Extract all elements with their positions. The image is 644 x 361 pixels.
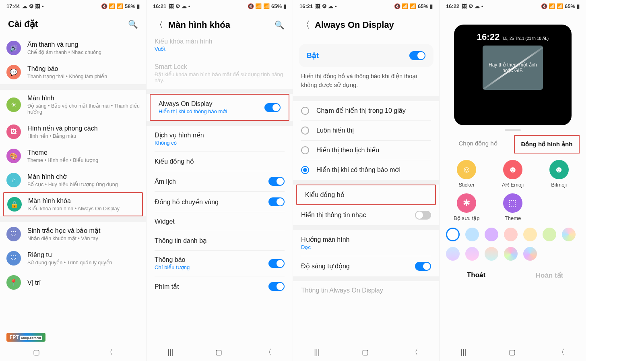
shield-icon: 🛡: [10, 255, 17, 262]
nav-recent[interactable]: |||: [314, 348, 320, 357]
back-button[interactable]: 〈: [301, 19, 310, 31]
pin-icon: 📍: [10, 279, 18, 286]
item-music-info[interactable]: Hiển thị thông tin nhạc: [293, 205, 439, 225]
nav-bar: |||▢〈: [147, 343, 293, 361]
item-wallpaper[interactable]: 🖼Hình nền và phong cáchHình nền • Bảng m…: [0, 120, 146, 144]
item-lunar[interactable]: Âm lịch: [147, 171, 293, 191]
item-clock-style[interactable]: Kiểu đồng hồ: [297, 185, 435, 204]
item-lockscreen[interactable]: 🔒Màn hình khóaKiểu khóa màn hình • Alway…: [4, 193, 142, 216]
item-wallpaper-service[interactable]: Dịch vụ hình nềnKhông có: [147, 126, 293, 151]
color-swatch[interactable]: [465, 228, 479, 241]
preview-image-placeholder: Hãy thử thêm một ảnh hoặc GIF.: [483, 46, 543, 90]
color-swatches: [440, 224, 586, 265]
radio-button[interactable]: [301, 127, 309, 135]
page-title: Always On Display: [315, 20, 431, 30]
color-swatch[interactable]: [504, 247, 518, 261]
item-contact-info[interactable]: Thông tin danh bạ: [147, 231, 293, 250]
tab-bar: Chọn đồng hồ Đồng hồ hình ảnh: [440, 135, 586, 154]
radio-new-notif[interactable]: Hiển thị khi có thông báo mới: [293, 160, 439, 180]
back-button[interactable]: 〈: [155, 19, 163, 31]
item-smartlock: Smart LockĐặt kiểu khóa màn hình bảo mật…: [147, 58, 293, 89]
option-sticker[interactable]: ☺Sticker: [444, 160, 490, 188]
toggle-aod[interactable]: [264, 103, 281, 112]
item-orientation[interactable]: Hướng màn hìnhDọc: [293, 230, 439, 256]
color-swatch[interactable]: [485, 247, 498, 261]
preview-date: T.5, 25 Th11 (21 th 10 ÂL): [502, 36, 549, 41]
panel-aod: 16:21🖼 ⚙ ☁ • 🔇 📶 📶65%▮ 〈 Always On Displ…: [293, 0, 440, 361]
item-clock-style[interactable]: Kiểu đồng hồ: [147, 152, 293, 171]
color-swatch[interactable]: [562, 228, 576, 241]
exit-button[interactable]: Thoát: [440, 271, 513, 280]
nav-back[interactable]: 〈: [106, 347, 113, 357]
item-theme[interactable]: 🎨ThemeTheme • Hình nền • Biểu tượng: [0, 144, 146, 168]
toggle-notif[interactable]: [268, 259, 285, 268]
item-locktype[interactable]: Kiểu khóa màn hìnhVuốt: [147, 37, 293, 58]
search-icon[interactable]: 🔍: [128, 19, 138, 29]
item-homescreen[interactable]: ⌂Màn hình chờBố cục • Huy hiệu biểu tượn…: [0, 168, 146, 192]
radio-always[interactable]: Luôn hiển thị: [293, 121, 439, 140]
color-swatch[interactable]: [446, 247, 460, 261]
toggle-brightness[interactable]: [415, 262, 431, 271]
item-display[interactable]: ☀Màn hìnhĐộ sáng • Bảo vệ cho mắt thoải …: [0, 90, 146, 120]
radio-button[interactable]: [301, 166, 309, 174]
toggle-roaming[interactable]: [268, 197, 285, 206]
option-ar-emoji[interactable]: ☻AR Emoji: [490, 160, 536, 188]
item-biometrics[interactable]: 🛡Sinh trắc học và bảo mậtNhận diện khuôn…: [0, 222, 146, 246]
status-icons: 🔇 📶 📶: [101, 3, 123, 9]
radio-tap-10s[interactable]: Chạm để hiển thị trong 10 giây: [293, 101, 439, 120]
preview-time: 16:22: [477, 32, 500, 42]
item-notifications[interactable]: 💬Thông báoThanh trạng thái • Không làm p…: [0, 60, 146, 84]
toggle-aod-enable[interactable]: [409, 51, 425, 60]
option-gallery[interactable]: ✱Bộ sưu tập: [444, 193, 490, 221]
color-swatch[interactable]: [543, 228, 556, 241]
drag-handle[interactable]: [505, 129, 521, 131]
page-title: Màn hình khóa: [168, 20, 270, 30]
nav-home[interactable]: ▢: [215, 348, 222, 357]
status-time: 17:44: [6, 3, 20, 9]
tab-image-clock[interactable]: Đồng hồ hình ảnh: [514, 135, 580, 154]
item-roaming-clock[interactable]: Đồng hồ chuyển vùng: [147, 192, 293, 212]
lock-icon: 🔒: [10, 201, 19, 208]
option-theme[interactable]: ⬚Theme: [490, 193, 536, 221]
radio-button[interactable]: [301, 107, 309, 115]
highlight-box: Kiểu đồng hồ: [296, 185, 436, 205]
toggle-lunar[interactable]: [268, 177, 285, 186]
item-aod-info[interactable]: Thông tin Always On Display: [293, 281, 439, 300]
nav-back[interactable]: 〈: [557, 347, 565, 357]
color-swatch[interactable]: [446, 228, 460, 241]
nav-recent[interactable]: ▢: [33, 348, 40, 357]
color-swatch[interactable]: [485, 228, 498, 241]
tab-choose-clock[interactable]: Chọn đồng hồ: [446, 135, 510, 154]
radio-schedule[interactable]: Hiển thị theo lịch biểu: [293, 141, 439, 160]
section-gap: [0, 84, 146, 90]
nav-recent[interactable]: |||: [167, 348, 173, 357]
nav-recent[interactable]: |||: [460, 348, 466, 357]
item-shortcut[interactable]: Phím tắt: [147, 276, 293, 297]
battery-pct: 65%: [418, 3, 428, 9]
item-auto-brightness[interactable]: Độ sáng tự động: [293, 256, 439, 276]
shield-icon: 🛡: [10, 230, 17, 238]
item-location[interactable]: 📍Vị trí: [0, 270, 146, 295]
color-swatch[interactable]: [465, 247, 479, 261]
item-privacy[interactable]: 🛡Riêng tưSử dụng quyền • Trình quản lý q…: [0, 246, 146, 270]
toggle-shortcut[interactable]: [268, 282, 285, 291]
radio-button[interactable]: [301, 146, 309, 154]
item-sound[interactable]: 🔊Âm thanh và rungChế độ âm thanh • Nhạc …: [0, 36, 146, 60]
search-icon[interactable]: 🔍: [275, 20, 285, 30]
item-notifications[interactable]: Thông báoChỉ biểu tượng: [147, 251, 293, 276]
nav-home[interactable]: ▢: [362, 348, 369, 357]
toggle-music[interactable]: [415, 211, 431, 220]
option-bitmoji[interactable]: ☻Bitmoji: [536, 160, 582, 188]
enable-card[interactable]: Bật: [299, 44, 433, 67]
color-swatch[interactable]: [523, 228, 537, 241]
battery-pct: 65%: [565, 3, 575, 9]
status-time: 16:22: [446, 3, 459, 9]
nav-back[interactable]: 〈: [411, 347, 418, 357]
nav-back[interactable]: 〈: [264, 347, 272, 357]
item-aod[interactable]: Always On DisplayHiển thị khi có thông b…: [151, 95, 289, 120]
item-widget[interactable]: Widget: [147, 212, 293, 231]
color-swatch[interactable]: [523, 247, 537, 261]
nav-home[interactable]: ▢: [509, 348, 516, 357]
color-swatch[interactable]: [504, 228, 518, 241]
battery-pct: 65%: [271, 3, 282, 9]
